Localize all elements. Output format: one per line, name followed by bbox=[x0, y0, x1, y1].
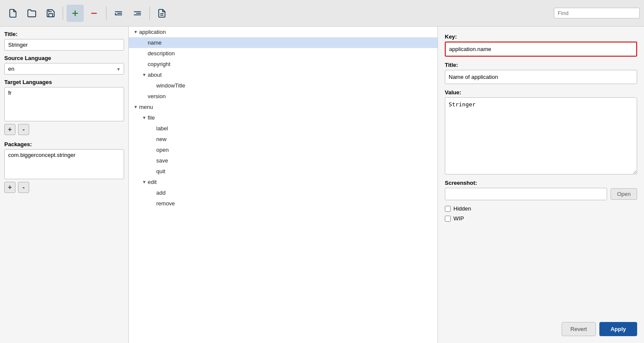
save-file-button[interactable] bbox=[42, 5, 59, 22]
tree-label-remove: remove bbox=[156, 200, 175, 207]
lang-btn-row: + - bbox=[4, 124, 124, 135]
indent-button[interactable] bbox=[110, 5, 127, 22]
tree-toggle-file[interactable]: ▼ bbox=[141, 115, 148, 120]
wip-checkbox[interactable] bbox=[445, 216, 451, 222]
tree-item-new[interactable]: new bbox=[129, 134, 437, 144]
packages-label: Packages: bbox=[4, 141, 124, 147]
target-language-value: fr bbox=[8, 90, 12, 96]
hidden-checkbox[interactable] bbox=[445, 206, 451, 212]
screenshot-row: Open bbox=[445, 188, 637, 200]
tree-label-name: name bbox=[148, 39, 162, 46]
hidden-label: Hidden bbox=[453, 205, 471, 212]
tree-label-windowTitle: windowTitle bbox=[156, 82, 185, 89]
tree-item-open[interactable]: open bbox=[129, 144, 437, 155]
tree-item-label[interactable]: label bbox=[129, 123, 437, 134]
bottom-actions: Revert Apply bbox=[445, 313, 637, 336]
add-language-button[interactable]: + bbox=[4, 124, 15, 135]
unindent-button[interactable] bbox=[129, 5, 146, 22]
new-file-button[interactable] bbox=[4, 5, 21, 22]
divider-2 bbox=[106, 6, 106, 20]
tree-label-file: file bbox=[148, 114, 155, 121]
title-label: Title: bbox=[4, 31, 124, 37]
key-label: Key: bbox=[445, 33, 637, 40]
tree-label-new: new bbox=[156, 136, 167, 142]
remove-package-button[interactable]: - bbox=[18, 182, 29, 193]
source-language-label: Source Language bbox=[4, 55, 124, 61]
tree-label-open: open bbox=[156, 147, 169, 153]
main-content: Title: Source Language en fr de es ▼ Tar… bbox=[0, 27, 644, 343]
tree-label-about: about bbox=[148, 72, 162, 78]
screenshot-label: Screenshot: bbox=[445, 180, 637, 186]
pkg-btn-row: + - bbox=[4, 182, 124, 193]
add-button[interactable] bbox=[67, 5, 84, 22]
apply-button[interactable]: Apply bbox=[599, 322, 637, 336]
open-file-button[interactable] bbox=[23, 5, 40, 22]
tree-label-application: application bbox=[139, 29, 166, 35]
tree-label-quit: quit bbox=[156, 168, 165, 175]
tree-item-add[interactable]: add bbox=[129, 187, 437, 198]
export-button[interactable] bbox=[153, 5, 170, 22]
tree-label-edit: edit bbox=[148, 179, 157, 185]
tree-label-version: version bbox=[148, 93, 166, 99]
tree-toggle-menu[interactable]: ▼ bbox=[132, 105, 139, 109]
divider-3 bbox=[149, 6, 150, 20]
tree-item-version[interactable]: version bbox=[129, 91, 437, 102]
packages-value: com.biggerconcept.stringer bbox=[8, 152, 76, 158]
wip-label: WIP bbox=[453, 215, 464, 222]
value-textarea[interactable] bbox=[445, 97, 637, 175]
target-languages-box[interactable]: fr bbox=[4, 87, 124, 121]
tree-label-description: description bbox=[148, 50, 175, 57]
value-label: Value: bbox=[445, 89, 637, 96]
source-language-select[interactable]: en fr de es bbox=[4, 63, 124, 75]
hidden-row: Hidden bbox=[445, 205, 637, 212]
right-title-label: Title: bbox=[445, 62, 637, 68]
key-input[interactable] bbox=[445, 42, 637, 57]
tree-item-copyright[interactable]: copyright bbox=[129, 59, 437, 69]
tree-item-menu[interactable]: ▼menu bbox=[129, 102, 437, 112]
remove-button[interactable] bbox=[85, 5, 103, 22]
tree-label-add: add bbox=[156, 190, 166, 196]
tree-item-save[interactable]: save bbox=[129, 155, 437, 166]
packages-box[interactable]: com.biggerconcept.stringer bbox=[4, 149, 124, 179]
tree-item-application[interactable]: ▼application bbox=[129, 27, 437, 37]
tree-item-about[interactable]: ▼about bbox=[129, 69, 437, 80]
remove-language-button[interactable]: - bbox=[18, 124, 29, 135]
target-languages-label: Target Languages bbox=[4, 79, 124, 85]
left-panel: Title: Source Language en fr de es ▼ Tar… bbox=[0, 27, 129, 343]
tree-label-copyright: copyright bbox=[148, 61, 170, 67]
wip-row: WIP bbox=[445, 215, 637, 222]
tree-item-description[interactable]: description bbox=[129, 48, 437, 59]
source-language-select-wrap: en fr de es ▼ bbox=[4, 63, 124, 75]
tree-panel: ▼applicationnamedescriptioncopyright▼abo… bbox=[129, 27, 438, 343]
tree-item-remove[interactable]: remove bbox=[129, 198, 437, 209]
tree-label-label: label bbox=[156, 125, 168, 132]
revert-button[interactable]: Revert bbox=[562, 322, 596, 336]
screenshot-input[interactable] bbox=[445, 188, 607, 200]
tree-item-file[interactable]: ▼file bbox=[129, 112, 437, 123]
tree-label-menu: menu bbox=[139, 104, 153, 110]
tree-item-name[interactable]: name bbox=[129, 37, 437, 48]
right-panel: Key: Title: Value: Screenshot: Open Hidd… bbox=[438, 27, 644, 343]
title-input[interactable] bbox=[4, 39, 124, 51]
tree-label-save: save bbox=[156, 157, 168, 164]
tree-toggle-about[interactable]: ▼ bbox=[141, 72, 148, 77]
tree-item-edit[interactable]: ▼edit bbox=[129, 177, 437, 187]
find-input[interactable] bbox=[554, 8, 640, 18]
toolbar bbox=[0, 0, 644, 27]
tree-toggle-application[interactable]: ▼ bbox=[132, 30, 139, 34]
open-button[interactable]: Open bbox=[611, 188, 637, 200]
right-title-input[interactable] bbox=[445, 70, 637, 84]
tree-item-windowTitle[interactable]: windowTitle bbox=[129, 80, 437, 91]
add-package-button[interactable]: + bbox=[4, 182, 15, 193]
tree-item-quit[interactable]: quit bbox=[129, 166, 437, 177]
divider-1 bbox=[63, 6, 63, 20]
tree-toggle-edit[interactable]: ▼ bbox=[141, 180, 148, 184]
